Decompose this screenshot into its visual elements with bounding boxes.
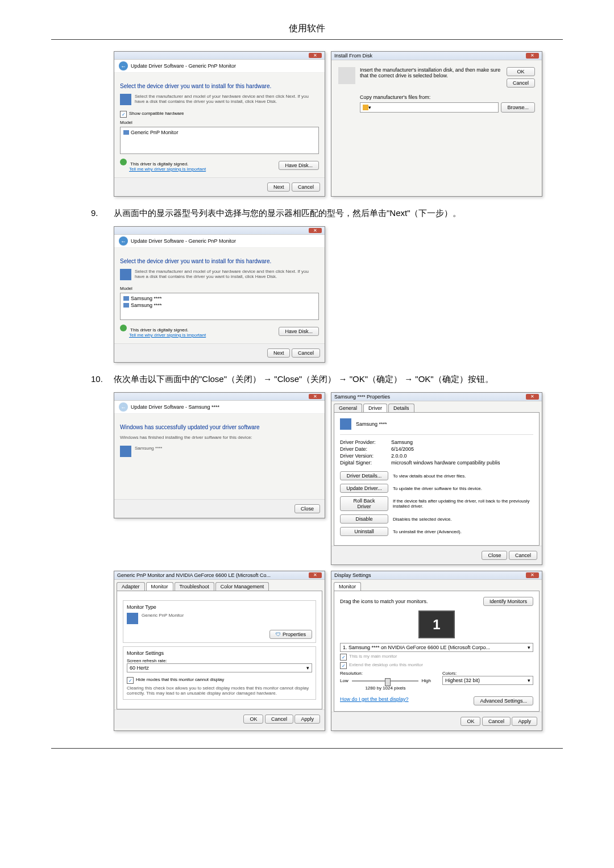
dialog-title: Display Settings [334, 572, 371, 578]
close-icon[interactable]: ✕ [526, 572, 539, 578]
ok-button[interactable]: OK [460, 717, 480, 726]
nav-title: Update Driver Software - Samsung **** [131, 404, 219, 410]
signing-link[interactable]: Tell me why driver signing is important [129, 333, 206, 338]
tab-monitor[interactable]: Monitor [334, 582, 361, 591]
install-text: Insert the manufacturer's installation d… [360, 67, 502, 88]
step-number: 10. [91, 371, 114, 387]
model-item[interactable]: Samsung **** [131, 302, 162, 308]
model-list[interactable]: Generic PnP Monitor [120, 127, 319, 154]
next-button[interactable]: Next [267, 348, 291, 358]
signer-value: microsoft windows hardware compatibility… [391, 460, 500, 466]
chevron-down-icon: ▾ [528, 678, 530, 683]
folder-icon [363, 105, 368, 110]
monitor-settings-label: Monitor Settings [127, 650, 312, 656]
extend-checkbox: ✓ [340, 662, 347, 669]
signed-text: This driver is digitally signed. [130, 327, 188, 333]
close-button[interactable]: Close [294, 504, 320, 513]
resolution-slider[interactable] [352, 680, 418, 682]
refresh-select[interactable]: 60 Hertz▾ [127, 663, 312, 672]
ok-button[interactable]: OK [507, 67, 535, 76]
cancel-button[interactable]: Cancel [292, 182, 320, 192]
back-icon[interactable]: ← [119, 236, 128, 246]
next-button[interactable]: Next [267, 182, 291, 192]
cancel-button[interactable]: Cancel [265, 715, 293, 724]
hint-text: Windows has finished installing the driv… [120, 435, 319, 440]
drag-label: Drag the icons to match your monitors. [340, 599, 428, 604]
close-icon[interactable]: ✕ [309, 394, 322, 399]
apply-button[interactable]: Apply [294, 715, 320, 724]
tab-adapter[interactable]: Adapter [117, 582, 145, 591]
back-icon[interactable]: ← [119, 61, 128, 70]
colors-select[interactable]: Highest (32 bit)▾ [442, 676, 533, 685]
step-text: 依次单击以下画面中的"Close"（关闭） → "Close"（关闭） → "O… [114, 371, 563, 387]
slider-high: High [422, 678, 431, 683]
monitor-type-label: Monitor Type [127, 604, 312, 610]
close-icon[interactable]: ✕ [309, 53, 322, 58]
model-item[interactable]: Generic PnP Monitor [131, 130, 178, 135]
close-icon[interactable]: ✕ [309, 572, 322, 578]
main-monitor-checkbox: ✓ [340, 654, 347, 661]
hide-modes-checkbox[interactable]: ✓ [127, 677, 134, 684]
monitor-icon [123, 296, 129, 301]
tab-details[interactable]: Details [388, 404, 414, 412]
display-settings-dialog: Display Settings ✕ Monitor Drag the icon… [331, 571, 542, 731]
shield-icon [120, 159, 127, 165]
uninstall-button[interactable]: Uninstall [340, 527, 388, 536]
properties-button[interactable]: 🛡 Properties [269, 630, 312, 639]
advanced-settings-button[interactable]: Advanced Settings... [474, 696, 533, 705]
apply-button[interactable]: Apply [512, 717, 537, 726]
browse-button[interactable]: Browse... [501, 102, 535, 113]
tab-general[interactable]: General [334, 404, 362, 412]
identify-button[interactable]: Identify Monitors [483, 597, 533, 606]
signer-label: Digital Signer: [340, 460, 391, 466]
ok-button[interactable]: OK [243, 715, 263, 724]
refresh-label: Screen refresh rate: [127, 658, 312, 663]
tab-color[interactable]: Color Management [215, 582, 269, 591]
tab-driver[interactable]: Driver [363, 404, 387, 412]
path-input[interactable]: ▾ [360, 102, 499, 113]
model-list[interactable]: Samsung **** Samsung **** [120, 293, 319, 320]
close-icon[interactable]: ✕ [526, 394, 539, 400]
cancel-button[interactable]: Cancel [509, 551, 537, 560]
monitor-icon [123, 130, 129, 135]
monitor-preview[interactable]: 1 [418, 610, 455, 638]
update-driver-dialog-2: ✕ ← Update Driver Software - Generic PnP… [114, 226, 325, 363]
compat-checkbox[interactable]: ✓ [120, 111, 127, 118]
rollback-desc: If the device fails after updating the d… [393, 499, 533, 509]
version-value: 2.0.0.0 [391, 453, 407, 459]
disable-button[interactable]: Disable [340, 514, 388, 524]
dialog-heading: Select the device driver you want to ins… [120, 83, 319, 89]
compat-label: Show compatible hardware [129, 111, 184, 116]
update-success-dialog: ✕ ← Update Driver Software - Samsung ***… [114, 392, 325, 518]
cancel-button[interactable]: Cancel [482, 717, 511, 726]
cancel-button[interactable]: Cancel [292, 348, 320, 358]
model-label: Model [120, 286, 319, 291]
disk-icon [338, 67, 355, 84]
close-icon[interactable]: ✕ [309, 228, 322, 233]
version-label: Driver Version: [340, 453, 391, 459]
monitor-select[interactable]: 1. Samsung **** on NVIDIA GeForce 6600 L… [340, 643, 533, 652]
provider-value: Samsung [391, 439, 413, 445]
header-rule [51, 39, 563, 40]
signing-link[interactable]: Tell me why driver signing is important [129, 167, 206, 172]
model-item[interactable]: Samsung **** [131, 296, 162, 301]
driver-details-button[interactable]: Driver Details... [340, 471, 388, 480]
chevron-down-icon: ▾ [306, 665, 309, 671]
have-disk-button[interactable]: Have Disk... [279, 327, 319, 336]
update-driver-button[interactable]: Update Driver... [340, 484, 388, 493]
step-text: 从画面中的显示器型号列表中选择与您的显示器相匹配的型号，然后单击"Next"（下… [114, 205, 563, 221]
rollback-button[interactable]: Roll Back Driver [340, 496, 388, 511]
nav-title: Update Driver Software - Generic PnP Mon… [131, 63, 236, 69]
best-display-link[interactable]: How do I get the best display? [340, 696, 409, 705]
footer-rule [51, 748, 563, 749]
close-icon[interactable]: ✕ [526, 53, 539, 59]
close-button[interactable]: Close [482, 551, 507, 560]
tab-monitor[interactable]: Monitor [146, 582, 173, 591]
extend-label: Extend the desktop onto this monitor [349, 662, 423, 667]
tab-troubleshoot[interactable]: Troubleshoot [175, 582, 214, 591]
hide-modes-label: Hide modes that this monitor cannot disp… [136, 677, 224, 682]
cancel-button[interactable]: Cancel [507, 78, 535, 88]
provider-label: Driver Provider: [340, 439, 391, 445]
have-disk-button[interactable]: Have Disk... [279, 161, 319, 170]
monitor-type: Generic PnP Monitor [142, 613, 184, 624]
